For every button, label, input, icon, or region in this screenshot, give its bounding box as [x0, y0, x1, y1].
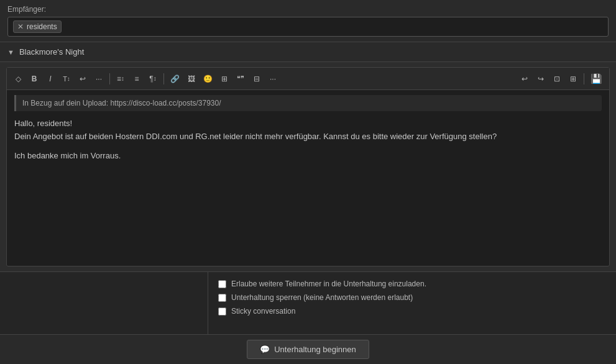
allow-invite-checkbox[interactable]: [218, 280, 226, 288]
recipient-tag[interactable]: ✕ residents: [13, 20, 62, 33]
allow-invite-row[interactable]: Erlaube weitere Teilnehmer in die Unterh…: [218, 280, 606, 288]
start-label: Unterhaltung beginnen: [274, 345, 356, 354]
lock-conversation-checkbox[interactable]: [218, 294, 226, 302]
sticky-conversation-row[interactable]: Sticky conversation: [218, 307, 606, 316]
editor-quote: In Bezug auf dein Upload: https://disco-…: [14, 95, 602, 111]
link-button[interactable]: 🔗: [167, 71, 183, 86]
subject-row[interactable]: ▼ Blackmore's Night: [0, 42, 616, 61]
tag-label: residents: [27, 22, 57, 31]
editor-body[interactable]: Hallo, residents! Dein Angebot ist auf b…: [14, 117, 602, 162]
recipients-input-row[interactable]: ✕ residents: [7, 17, 609, 37]
expand-button[interactable]: ⊡: [549, 71, 564, 86]
options-button[interactable]: ⊞: [566, 71, 581, 86]
recipients-section: Empfänger: ✕ residents: [0, 0, 616, 42]
bottom-panel: Erlaube weitere Teilnehmer in die Unterh…: [0, 271, 616, 334]
body-line2: Dein Angebot ist auf beiden Hostern DDI.…: [14, 130, 602, 143]
footer-bar: 💬 Unterhaltung beginnen: [0, 334, 616, 364]
redo-button[interactable]: ↪: [533, 71, 548, 86]
start-icon: 💬: [260, 345, 270, 354]
sticky-conversation-label: Sticky conversation: [231, 307, 295, 316]
sticky-conversation-checkbox[interactable]: [218, 307, 226, 316]
editor-content[interactable]: In Bezug auf dein Upload: https://disco-…: [7, 90, 609, 266]
emoji-button[interactable]: 🙂: [200, 71, 216, 86]
italic-button[interactable]: I: [43, 71, 58, 86]
bottom-left: [0, 272, 208, 334]
more1-button[interactable]: ···: [91, 71, 106, 86]
subject-section: ▼ Blackmore's Night: [0, 42, 616, 62]
return-button[interactable]: ↩: [75, 71, 90, 86]
subject-text: Blackmore's Night: [19, 47, 84, 57]
align-button[interactable]: ≡: [129, 71, 144, 86]
start-conversation-button[interactable]: 💬 Unterhaltung beginnen: [247, 340, 369, 359]
lock-conversation-label: Unterhaltung sperren (keine Antworten we…: [231, 293, 413, 302]
lock-conversation-row[interactable]: Unterhaltung sperren (keine Antworten we…: [218, 293, 606, 302]
image-button[interactable]: 🖼: [184, 71, 199, 86]
list-button[interactable]: ≡↕: [113, 71, 128, 86]
tag-close-icon[interactable]: ✕: [17, 23, 24, 30]
bottom-right: Erlaube weitere Teilnehmer in die Unterh…: [208, 272, 616, 323]
eraser-button[interactable]: ◇: [11, 71, 25, 86]
text-size-button[interactable]: T↕: [59, 71, 74, 86]
divider2: [163, 73, 164, 84]
table-button[interactable]: ⊟: [249, 71, 264, 86]
save-button[interactable]: 💾: [587, 71, 605, 86]
allow-invite-label: Erlaube weitere Teilnehmer in die Unterh…: [231, 280, 426, 288]
paragraph-button[interactable]: ¶↕: [145, 71, 160, 86]
editor-toolbar: ◇ B I T↕ ↩ ··· ≡↕ ≡ ¶↕ 🔗 🖼 🙂 ⊞ ❝❞ ⊟ ··· …: [7, 68, 609, 90]
recipients-label: Empfänger:: [7, 5, 609, 14]
body-line1: Hallo, residents!: [14, 117, 602, 130]
quote-button[interactable]: ❝❞: [233, 71, 248, 86]
page-wrapper: Empfänger: ✕ residents ▼ Blackmore's Nig…: [0, 0, 616, 364]
divider3: [584, 73, 584, 84]
editor-section: ◇ B I T↕ ↩ ··· ≡↕ ≡ ¶↕ 🔗 🖼 🙂 ⊞ ❝❞ ⊟ ··· …: [6, 67, 610, 266]
body-line4: Ich bedanke mich im Vorraus.: [14, 150, 602, 163]
subject-arrow-icon: ▼: [7, 48, 14, 56]
undo-button[interactable]: ↩: [517, 71, 532, 86]
gallery-button[interactable]: ⊞: [217, 71, 232, 86]
bold-button[interactable]: B: [27, 71, 42, 86]
divider1: [109, 73, 110, 84]
more2-button[interactable]: ···: [265, 71, 280, 86]
